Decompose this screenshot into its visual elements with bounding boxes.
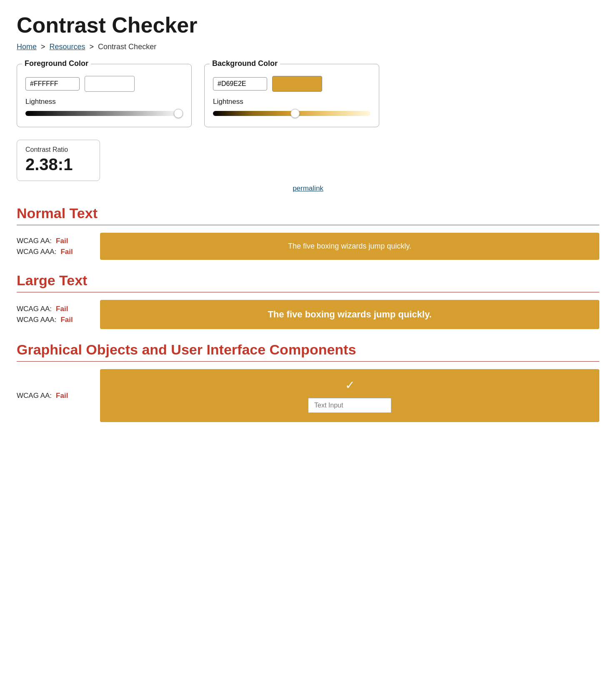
contrast-ratio-suffix: :1 <box>58 155 73 174</box>
normal-wcag-aaa-row: WCAG AAA: Fail <box>17 248 92 256</box>
breadcrumb-resources[interactable]: Resources <box>50 43 85 51</box>
large-text-divider <box>17 292 599 292</box>
normal-text-divider <box>17 225 599 225</box>
large-text-section: Large Text WCAG AA: Fail WCAG AAA: Fail … <box>17 272 599 329</box>
normal-wcag-aa-result: Fail <box>56 237 68 245</box>
graphical-section: Graphical Objects and User Interface Com… <box>17 342 599 422</box>
foreground-input-row <box>25 76 183 92</box>
large-wcag-aa-result: Fail <box>56 305 68 313</box>
large-text-title: Large Text <box>17 272 599 289</box>
breadcrumb: Home > Resources > Contrast Checker <box>17 43 599 51</box>
large-wcag-aa-label: WCAG AA: <box>17 305 52 313</box>
normal-text-sample: The five boxing wizards jump quickly. <box>288 242 411 251</box>
background-lightness-label: Lightness <box>213 98 371 106</box>
large-wcag-aaa-label: WCAG AAA: <box>17 316 56 324</box>
graphical-title: Graphical Objects and User Interface Com… <box>17 342 599 358</box>
graphical-wcag-aa-label: WCAG AA: <box>17 392 52 400</box>
checkmark-icon: ✓ <box>345 378 355 392</box>
large-text-labels: WCAG AA: Fail WCAG AAA: Fail <box>17 300 92 329</box>
contrast-ratio-number: 2.38 <box>25 155 58 174</box>
normal-text-preview: The five boxing wizards jump quickly. <box>100 233 599 260</box>
normal-text-row: WCAG AA: Fail WCAG AAA: Fail The five bo… <box>17 233 599 260</box>
foreground-color-panel: Foreground Color Lightness <box>17 64 192 127</box>
permalink-link[interactable]: permalink <box>17 184 599 193</box>
contrast-box: Contrast Ratio 2.38:1 <box>17 140 100 181</box>
background-slider-thumb[interactable] <box>290 109 300 118</box>
large-wcag-aaa-result: Fail <box>60 316 73 324</box>
background-hex-input[interactable] <box>213 77 267 91</box>
normal-wcag-aa-row: WCAG AA: Fail <box>17 237 92 245</box>
graphical-labels: WCAG AA: Fail <box>17 369 92 422</box>
contrast-ratio-value: 2.38:1 <box>25 155 91 174</box>
large-text-row: WCAG AA: Fail WCAG AAA: Fail The five bo… <box>17 300 599 329</box>
background-label: Background Color <box>210 59 280 68</box>
normal-text-labels: WCAG AA: Fail WCAG AAA: Fail <box>17 233 92 260</box>
breadcrumb-current: Contrast Checker <box>98 43 156 51</box>
foreground-swatch[interactable] <box>85 76 135 92</box>
graphical-text-input[interactable] <box>308 398 391 413</box>
normal-wcag-aa-label: WCAG AA: <box>17 237 52 245</box>
normal-text-title: Normal Text <box>17 205 599 221</box>
contrast-section: Contrast Ratio 2.38:1 permalink <box>17 140 599 193</box>
page-title: Contrast Checker <box>17 13 599 38</box>
large-wcag-aa-row: WCAG AA: Fail <box>17 305 92 313</box>
breadcrumb-home[interactable]: Home <box>17 43 37 51</box>
normal-wcag-aaa-label: WCAG AAA: <box>17 248 56 256</box>
background-color-panel: Background Color Lightness <box>204 64 379 127</box>
contrast-ratio-label: Contrast Ratio <box>25 146 91 153</box>
foreground-lightness-label: Lightness <box>25 98 183 106</box>
foreground-slider-track <box>25 111 183 116</box>
large-text-sample: The five boxing wizards jump quickly. <box>268 309 431 320</box>
normal-text-section: Normal Text WCAG AA: Fail WCAG AAA: Fail… <box>17 205 599 260</box>
large-text-preview: The five boxing wizards jump quickly. <box>100 300 599 329</box>
foreground-label: Foreground Color <box>22 59 91 68</box>
graphical-wcag-aa-row: WCAG AA: Fail <box>17 392 92 400</box>
color-pickers-section: Foreground Color Lightness Background Co… <box>17 64 599 127</box>
graphical-divider <box>17 361 599 362</box>
graphical-wcag-aa-result: Fail <box>56 392 68 400</box>
foreground-slider-thumb[interactable] <box>174 109 183 118</box>
graphical-preview: ✓ <box>100 369 599 422</box>
graphical-row: WCAG AA: Fail ✓ <box>17 369 599 422</box>
background-swatch[interactable] <box>272 76 322 92</box>
foreground-hex-input[interactable] <box>25 77 80 91</box>
large-wcag-aaa-row: WCAG AAA: Fail <box>17 316 92 324</box>
foreground-lightness-slider[interactable] <box>25 108 183 118</box>
background-input-row <box>213 76 371 92</box>
normal-wcag-aaa-result: Fail <box>60 248 73 256</box>
background-lightness-slider[interactable] <box>213 108 371 118</box>
